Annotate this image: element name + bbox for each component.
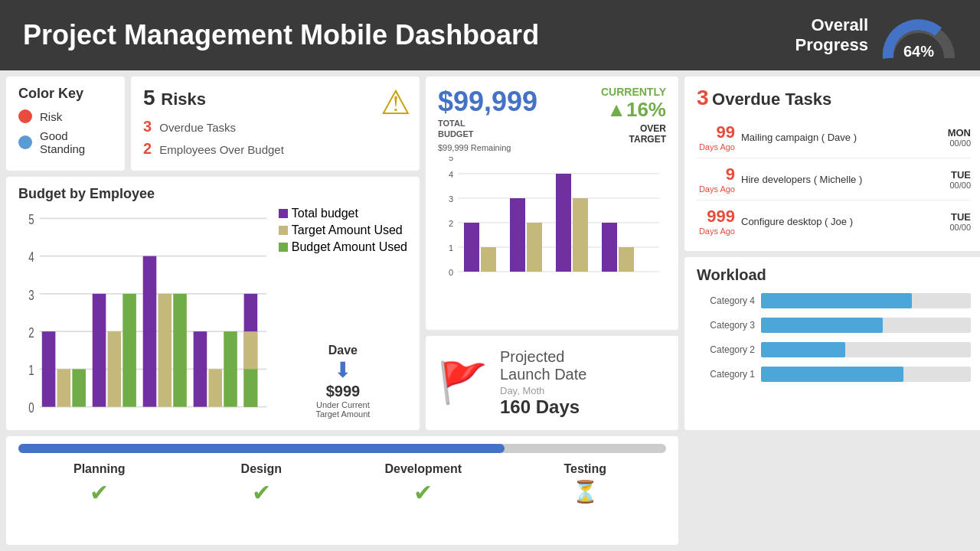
dave-amount: $999 <box>279 383 407 400</box>
task-3-days: 999 <box>697 207 735 227</box>
task-1-days-label: Days Ago <box>697 142 735 152</box>
key-item-risk: Risk <box>18 109 113 123</box>
budget-employee-card: Budget by Employee 0 1 2 3 4 5 <box>6 177 420 430</box>
budget-legend-dave: Total budget Target Amount Used Budget A… <box>279 207 407 419</box>
risk-dot <box>18 109 32 123</box>
planning-check-icon: ✔ <box>18 479 181 506</box>
phase-design-label: Design <box>181 462 343 476</box>
svg-rect-44 <box>602 223 617 272</box>
cat1-bar-bg <box>761 367 971 382</box>
risk-label: Risk <box>40 110 62 123</box>
phases-row: Planning ✔ Design ✔ Development ✔ Testin… <box>18 462 666 506</box>
risks-label: Risks <box>161 90 206 109</box>
budget-amount: $99,999 <box>438 86 537 118</box>
svg-rect-26 <box>244 369 258 406</box>
budget-total-label: TOTALBUDGET <box>438 118 537 140</box>
dave-name: Dave <box>279 344 407 357</box>
progress-donut: 64% <box>880 8 957 62</box>
svg-text:2: 2 <box>28 324 34 341</box>
legend-target: Target Amount Used <box>279 223 407 237</box>
task-1-day: MON <box>948 127 971 139</box>
overdue-label: Overdue Tasks <box>159 121 236 134</box>
risks-header: 5 Risks <box>143 86 407 110</box>
task-1-date: MON 00/00 <box>948 127 971 148</box>
task-3-name: Configure desktop ( Joe ) <box>741 216 943 227</box>
task-2-day-num: 00/00 <box>949 181 971 190</box>
task-row-3: 999 Days Ago Configure desktop ( Joe ) T… <box>697 201 971 242</box>
svg-rect-43 <box>573 198 588 272</box>
legend-total: Total budget <box>279 207 407 220</box>
dave-callout: Dave ⬇ $999 Under CurrentTarget Amount <box>279 344 407 419</box>
task-2-day: TUE <box>949 169 971 181</box>
legend-budget-label: Budget Amount Used <box>292 240 407 254</box>
launch-days: 160 Days <box>500 396 586 418</box>
flag-icon: 🚩 <box>438 360 488 406</box>
dave-sub: Under CurrentTarget Amount <box>279 400 407 419</box>
legend-green-box <box>279 243 288 252</box>
header-progress: OverallProgress 64% <box>795 8 957 62</box>
cat3-label: Category 3 <box>697 320 755 331</box>
svg-text:0: 0 <box>449 268 453 277</box>
overall-progress-label: OverallProgress <box>795 15 868 56</box>
standing-label: GoodStanding <box>40 129 85 155</box>
budget-legend: Total budget Target Amount Used Budget A… <box>279 207 407 254</box>
middle-column: $99,999 TOTALBUDGET $99,999 Remaining CU… <box>426 77 678 430</box>
svg-rect-16 <box>108 331 122 406</box>
left-column: Color Key Risk GoodStanding 5 Risks ⚠ <box>6 77 420 430</box>
design-check-icon: ✔ <box>181 479 343 506</box>
budget-bar-chart: 0 1 2 3 4 5 <box>18 207 271 419</box>
task-3-day: TUE <box>949 211 971 223</box>
svg-rect-15 <box>93 294 106 407</box>
svg-rect-41 <box>527 223 542 272</box>
svg-text:1: 1 <box>449 243 453 253</box>
over-target-label: OVERTARGET <box>601 123 666 145</box>
currently-pct: ▲16% <box>601 98 666 122</box>
svg-rect-39 <box>481 247 496 272</box>
svg-rect-13 <box>57 369 71 406</box>
svg-text:5: 5 <box>449 157 453 162</box>
task-row-1: 99 Days Ago Mailing campaign ( Dave ) MO… <box>697 116 971 158</box>
phases-card: Planning ✔ Design ✔ Development ✔ Testin… <box>6 436 678 545</box>
svg-rect-14 <box>72 369 86 406</box>
workload-title: Workload <box>697 266 971 284</box>
currently-label: CURRENTLY <box>601 86 666 98</box>
phase-testing-label: Testing <box>505 462 667 476</box>
task-3-date: TUE 00/00 <box>949 211 971 232</box>
down-arrow-icon: ⬇ <box>279 357 407 383</box>
color-key-card: Color Key Risk GoodStanding <box>6 77 125 171</box>
task-2-date: TUE 00/00 <box>949 169 971 190</box>
task-2-days-block: 9 Days Ago <box>697 165 735 194</box>
overdue-count: 3 <box>143 118 152 135</box>
task-2-days-label: Days Ago <box>697 184 735 194</box>
cat2-bar <box>761 342 845 357</box>
cat3-bar <box>761 318 883 333</box>
svg-text:1: 1 <box>28 362 34 378</box>
progress-percentage: 64% <box>903 43 934 60</box>
svg-rect-38 <box>464 223 479 272</box>
legend-target-label: Target Amount Used <box>292 223 403 237</box>
workload-row-1: Category 1 <box>697 367 971 382</box>
svg-rect-22 <box>208 369 222 406</box>
svg-text:2: 2 <box>449 219 453 228</box>
development-check-icon: ✔ <box>342 479 505 506</box>
svg-rect-12 <box>42 331 56 406</box>
task-1-days: 99 <box>697 122 735 142</box>
overdue-row: 3 Overdue Tasks <box>143 118 407 135</box>
svg-text:0: 0 <box>28 399 34 416</box>
svg-rect-21 <box>194 331 207 406</box>
cat4-bar <box>761 293 912 308</box>
svg-text:4: 4 <box>449 170 453 179</box>
header: Project Management Mobile Dashboard Over… <box>0 0 980 70</box>
phase-development: Development ✔ <box>342 462 505 506</box>
task-2-name: Hire developers ( Michelle ) <box>741 174 943 185</box>
task-1-day-num: 00/00 <box>948 139 971 148</box>
workload-card: Workload Category 4 Category 3 Category … <box>684 257 980 430</box>
phase-planning: Planning ✔ <box>18 462 181 506</box>
overdue-tasks-label: Overdue Tasks <box>712 90 831 109</box>
svg-text:5: 5 <box>28 211 34 227</box>
cat1-bar <box>761 367 903 382</box>
svg-text:4: 4 <box>28 249 34 265</box>
overdue-header: 3 Overdue Tasks <box>697 86 971 110</box>
budget-employee-title: Budget by Employee <box>18 186 407 202</box>
overdue-card: 3 Overdue Tasks 99 Days Ago Mailing camp… <box>684 77 980 251</box>
